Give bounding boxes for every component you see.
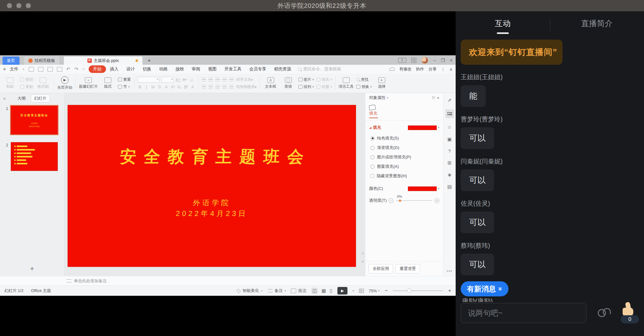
print-icon[interactable] <box>47 67 53 72</box>
align-right-icon[interactable] <box>215 85 220 89</box>
slideshow-play-button[interactable]: ▶ <box>337 287 347 295</box>
fill-color-dropdown[interactable]: ▾ <box>408 125 439 130</box>
slide-thumbnail-1[interactable]: 安全教育主题班会 外语学院 2022年4月23日 <box>11 106 58 135</box>
find-button[interactable]: 查找 <box>356 77 372 82</box>
dingtalk-wink-icon[interactable] <box>598 308 611 318</box>
collapse-ribbon-icon[interactable]: ∧ <box>449 67 452 72</box>
wps-close-button[interactable]: × <box>450 58 452 63</box>
font-style-button[interactable]: U <box>151 85 155 89</box>
tab-interaction[interactable]: 互动 <box>456 18 550 35</box>
modified-status[interactable]: 有修改 <box>399 66 411 72</box>
alpha-slider-thumb[interactable] <box>398 199 402 201</box>
play-options-icon[interactable]: ▾ <box>353 289 354 292</box>
menu-item[interactable]: 放映 <box>175 66 184 72</box>
font-style-button[interactable]: I <box>144 85 149 89</box>
alpha-minus-button[interactable]: − <box>389 198 393 203</box>
font-style-button[interactable]: A <box>190 85 195 89</box>
arrange-button[interactable]: 排列▾ <box>298 84 314 90</box>
section-expand-icon[interactable]: ◢ <box>369 126 371 129</box>
menu-start-tab[interactable]: 开始 <box>89 65 106 73</box>
share-button[interactable]: 分享 <box>428 66 436 72</box>
color-dropdown[interactable]: ▾ <box>408 186 439 191</box>
wps-minimize-button[interactable]: − <box>433 58 436 63</box>
distribute-icon[interactable] <box>229 85 234 89</box>
clear-format-button[interactable]: ◇ <box>189 77 194 82</box>
cut-button[interactable]: 剪切 <box>20 77 33 82</box>
align-left-icon[interactable] <box>202 85 206 89</box>
option-pattern-fill[interactable]: 图案填充(A) <box>370 164 439 169</box>
align-text-button[interactable]: 对齐文本▾ <box>236 77 253 82</box>
zoom-out-button[interactable]: − <box>385 288 388 294</box>
textbox-button[interactable]: A文本框 <box>263 77 278 89</box>
normal-view-button[interactable]: ◫ <box>311 288 318 294</box>
font-style-button[interactable]: X² <box>170 85 175 89</box>
undo-icon[interactable]: ↶ <box>66 66 70 72</box>
collaborate-button[interactable]: 协作 <box>416 66 424 72</box>
notes-placeholder[interactable]: 单击此处添加备注 <box>74 278 107 284</box>
number-list-icon[interactable] <box>208 78 213 81</box>
menu-item[interactable]: 开发工具 <box>225 66 242 72</box>
fill-tab[interactable]: 填充 <box>369 111 378 118</box>
increase-font-button[interactable]: A⁺ <box>176 77 181 82</box>
slides-tab[interactable]: 幻灯片 <box>31 94 50 102</box>
outline-tab[interactable]: 大纲 <box>14 95 29 102</box>
tab-template-store[interactable]: 找稻壳模板 <box>24 57 59 65</box>
quickbar-dropdown-icon[interactable]: ▽ <box>82 68 85 71</box>
properties-dropdown-icon[interactable]: ▾ <box>387 96 388 99</box>
close-window-button[interactable] <box>7 3 12 8</box>
print-preview-icon[interactable] <box>57 67 62 72</box>
pin-panel-icon[interactable]: ⚐ <box>432 96 436 100</box>
window-switch-icon[interactable]: 1 <box>398 58 406 63</box>
option-hide-background[interactable]: 隐藏背景图形(H) <box>370 173 439 179</box>
option-picture-fill[interactable]: 图片或纹理填充(P) <box>370 154 439 160</box>
font-style-button[interactable]: A <box>164 85 169 89</box>
add-slide-button[interactable]: + <box>0 265 64 273</box>
align-center-icon[interactable] <box>208 85 213 89</box>
menu-burger-icon[interactable]: ≡ <box>3 67 6 72</box>
command-search[interactable]: 查找命令、搜索模板 <box>298 66 341 72</box>
option-solid-fill[interactable]: 纯色填充(S) <box>370 135 439 141</box>
font-size-select[interactable] <box>161 77 174 83</box>
decrease-indent-icon[interactable] <box>215 78 220 81</box>
previous-slide-button[interactable]: « <box>361 252 365 254</box>
reference-icon[interactable]: ▤ <box>447 184 452 190</box>
help-icon[interactable]: ? <box>448 148 451 154</box>
menu-item[interactable]: 动画 <box>159 66 168 72</box>
apps-grid-icon[interactable] <box>411 58 416 63</box>
new-messages-button[interactable]: 有新消息 » <box>461 281 508 296</box>
notes-bar[interactable]: 单击此处添加备注 <box>0 276 456 285</box>
chat-message-input[interactable] <box>461 303 586 323</box>
menu-item[interactable]: 插入 <box>110 66 119 72</box>
save-icon[interactable] <box>29 67 34 72</box>
beautify-icon[interactable]: ⇗ <box>447 97 452 103</box>
copy-button[interactable]: 复制 <box>20 84 33 90</box>
menu-item[interactable]: 切换 <box>143 66 151 72</box>
smart-graphic-button[interactable]: 转智能图形▾ <box>236 84 257 90</box>
skill-icon[interactable]: ◈ <box>448 172 452 178</box>
menu-item[interactable]: 设计 <box>126 66 135 72</box>
line-spacing-icon[interactable] <box>229 78 234 81</box>
handwrite-icon[interactable]: ⊞ <box>447 160 452 166</box>
shape-button[interactable]: ◯形状 <box>281 77 296 89</box>
next-slide-button[interactable]: » <box>361 261 365 262</box>
alpha-plus-button[interactable]: + <box>435 198 439 203</box>
replace-button[interactable]: 替换▾ <box>356 84 372 90</box>
slide-subtitle-1[interactable]: 外语学院 <box>67 198 356 208</box>
tab-live-intro[interactable]: 直播简介 <box>550 18 644 35</box>
new-tab-button[interactable]: + <box>147 58 151 65</box>
zoom-level-dropdown[interactable]: 75% ▾ <box>369 289 380 293</box>
section-button[interactable]: 节▾ <box>118 84 131 90</box>
more-menu-icon[interactable]: ⋮ <box>441 67 445 72</box>
notes-toggle-button[interactable]: 备注 ▾ <box>268 288 286 294</box>
slide-subtitle-2[interactable]: 2022年4月23日 <box>67 209 356 218</box>
comments-button[interactable]: 批注 <box>291 288 306 294</box>
justify-icon[interactable] <box>222 85 227 89</box>
tab-home[interactable]: 首页 <box>3 57 19 65</box>
fit-slide-icon[interactable] <box>359 289 364 293</box>
zoom-slider[interactable] <box>393 290 443 291</box>
collapse-panel-icon[interactable]: « <box>3 96 6 101</box>
font-style-button[interactable]: B <box>137 85 142 89</box>
wps-restore-button[interactable]: ❐ <box>441 58 445 63</box>
theme-name[interactable]: Office 主题 <box>31 288 51 294</box>
user-avatar[interactable] <box>421 57 428 64</box>
